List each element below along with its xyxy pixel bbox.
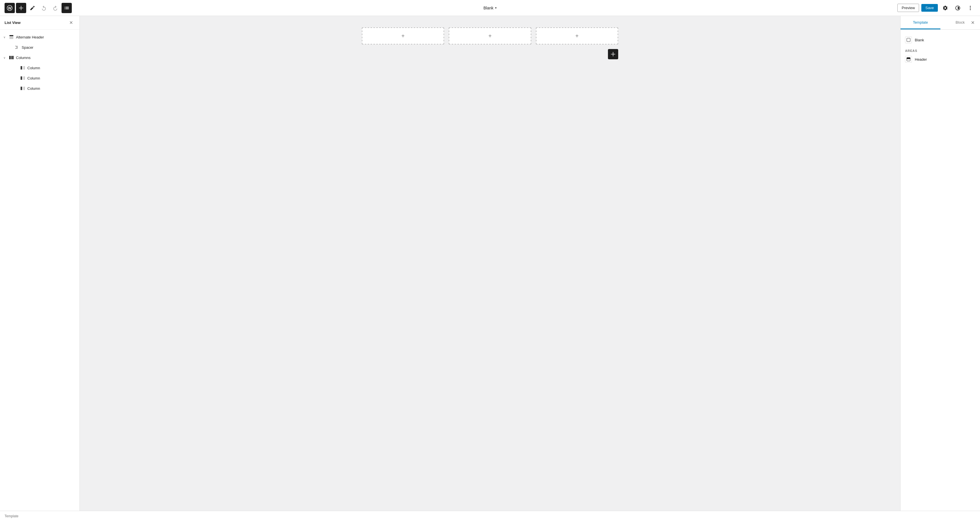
plus-icon — [18, 5, 24, 11]
chevron-alternate-header-icon: ∨ — [3, 36, 7, 39]
svg-text:W: W — [8, 6, 12, 10]
svg-rect-19 — [21, 87, 22, 90]
redo-button[interactable] — [50, 3, 60, 13]
topbar: W Bla — [0, 0, 980, 16]
tab-template-label: Template — [913, 20, 928, 24]
svg-point-2 — [970, 6, 970, 6]
svg-rect-16 — [21, 76, 22, 80]
footer-template-label: Template — [5, 514, 19, 518]
tools-button[interactable] — [27, 3, 38, 13]
right-panel-content: Blank AREAS Header — [900, 30, 980, 511]
tree-item-column-3[interactable]: Column — [0, 83, 80, 94]
list-view-button[interactable] — [62, 3, 72, 13]
canvas-add-icon — [610, 51, 616, 57]
chevron-down-icon: ▾ — [495, 6, 496, 10]
wp-logo[interactable]: W — [5, 3, 15, 13]
undo-icon — [41, 5, 47, 11]
svg-rect-13 — [21, 66, 22, 70]
add-block-canvas-button[interactable] — [608, 49, 618, 59]
header-icon — [906, 57, 911, 62]
svg-line-9 — [16, 48, 16, 49]
topbar-right: Preview Save — [490, 3, 975, 13]
svg-rect-18 — [24, 76, 25, 80]
list-view-icon — [64, 5, 70, 11]
column-block-2[interactable]: + — [449, 27, 531, 45]
tree-item-spacer[interactable]: Spacer — [0, 42, 80, 53]
more-menu-button[interactable] — [965, 3, 975, 13]
tab-template[interactable]: Template — [900, 16, 940, 29]
svg-rect-21 — [24, 87, 25, 90]
svg-rect-20 — [22, 87, 23, 90]
sidebar-left-header: List View ✕ — [0, 16, 80, 30]
add-block-col2-icon: + — [488, 33, 492, 39]
preview-button[interactable]: Preview — [897, 4, 919, 12]
footer: Template — [0, 511, 980, 521]
right-item-blank[interactable]: Blank — [905, 34, 975, 46]
main-area: List View ✕ ∨ Alternate Header Spacer — [0, 16, 980, 511]
close-right-sidebar-button[interactable]: ✕ — [967, 18, 978, 28]
header-area-label: Header — [915, 57, 927, 62]
svg-rect-14 — [22, 66, 23, 70]
alternate-header-icon — [8, 35, 14, 40]
column1-icon — [20, 65, 25, 70]
svg-rect-6 — [10, 37, 13, 39]
tree-item-column-2[interactable]: Column — [0, 73, 80, 83]
topbar-left: W — [5, 3, 490, 13]
svg-rect-17 — [22, 76, 23, 80]
save-button[interactable]: Save — [921, 4, 938, 12]
column-block-3[interactable]: + — [536, 27, 618, 45]
blank-item-icon — [905, 37, 912, 43]
right-tabs: Template Block ✕ — [900, 16, 980, 30]
right-item-header[interactable]: Header — [905, 54, 975, 65]
column3-label: Column — [27, 86, 40, 91]
canvas-add-row — [362, 49, 618, 59]
column-block-1[interactable]: + — [362, 27, 444, 45]
close-list-view-button[interactable]: ✕ — [67, 19, 75, 27]
add-block-col1-icon: + — [401, 33, 405, 39]
svg-rect-11 — [11, 56, 12, 59]
svg-rect-15 — [24, 66, 25, 70]
list-view-title: List View — [5, 21, 21, 25]
more-vertical-icon — [967, 5, 973, 11]
sidebar-left: List View ✕ ∨ Alternate Header Spacer — [0, 16, 80, 511]
redo-icon — [52, 5, 58, 11]
add-block-col3-icon: + — [575, 33, 579, 39]
columns-row: + + + — [362, 27, 618, 45]
column2-icon — [20, 75, 25, 81]
pencil-icon — [30, 5, 35, 11]
column1-label: Column — [27, 66, 40, 70]
column3-icon — [20, 86, 25, 91]
areas-section-label: AREAS — [905, 49, 975, 53]
svg-rect-22 — [907, 38, 910, 41]
column2-label: Column — [27, 76, 40, 80]
svg-rect-12 — [12, 56, 14, 59]
blank-icon — [906, 38, 911, 42]
tree-item-alternate-header[interactable]: ∨ Alternate Header — [0, 32, 80, 42]
topbar-center: Blank ▾ — [480, 4, 500, 12]
svg-rect-10 — [10, 56, 11, 59]
template-title-text: Blank — [484, 6, 493, 10]
alternate-header-label: Alternate Header — [16, 35, 44, 39]
add-block-toolbar-button[interactable] — [16, 3, 26, 13]
svg-rect-5 — [10, 35, 13, 36]
appearance-button[interactable] — [953, 3, 963, 13]
template-title-button[interactable]: Blank ▾ — [480, 4, 500, 12]
svg-rect-24 — [907, 57, 910, 59]
gear-icon — [942, 5, 948, 11]
settings-button[interactable] — [940, 3, 950, 13]
tree-view: ∨ Alternate Header Spacer ∨ — [0, 30, 80, 511]
svg-point-3 — [970, 7, 970, 8]
undo-button[interactable] — [39, 3, 49, 13]
tree-item-column-1[interactable]: Column — [0, 63, 80, 73]
tab-block-label: Block — [956, 20, 965, 24]
wp-logo-icon: W — [7, 5, 13, 11]
spacer-label: Spacer — [22, 45, 33, 49]
tree-item-columns[interactable]: ∨ Columns — [0, 53, 80, 63]
sidebar-right: Template Block ✕ Blank AREAS — [900, 16, 980, 511]
blank-item-label: Blank — [915, 38, 924, 42]
appearance-icon — [955, 5, 961, 11]
columns-label: Columns — [16, 56, 30, 60]
canvas: + + + — [80, 16, 900, 511]
header-area-icon — [905, 56, 912, 63]
svg-line-8 — [16, 46, 16, 47]
